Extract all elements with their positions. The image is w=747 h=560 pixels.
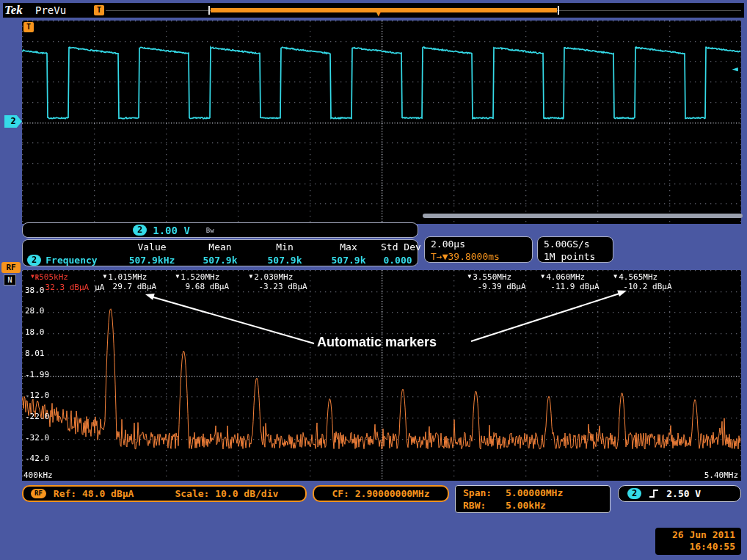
rbw-label: RBW:	[463, 499, 506, 512]
spectrum-y-label: 8.01	[25, 349, 45, 358]
time-domain-graticule: T	[22, 21, 741, 224]
spectrum-y-label: -22.0	[25, 412, 49, 421]
meas-header-value: Value	[117, 241, 187, 252]
channel2-readout-bar[interactable]: 2 1.00 V Bw	[22, 222, 418, 238]
rf-badge-icon: RF	[31, 489, 46, 498]
marker-triangle-icon: ▼	[613, 273, 617, 280]
record-window-bracket-right	[558, 6, 559, 15]
spectrum-marker-label: ▼4.565MHz-10.2 dBµA	[613, 272, 671, 291]
spectrum-marker-label: ▼1.015MHz29.7 dBµA	[103, 272, 157, 291]
measurement-channel-badge: 2	[27, 255, 41, 266]
spectrum-trace-canvas	[22, 270, 741, 481]
date-text: 26 Jun 2011	[661, 529, 735, 541]
marker-triangle-icon: ▼	[467, 273, 471, 280]
trigger-source-tab-icon: T	[23, 22, 34, 32]
spectrum-marker-label: ▼4.060MHz-11.9 dBµA	[541, 272, 599, 291]
meas-mean: 507.9k	[187, 255, 253, 266]
center-frequency: CF: 2.90000000MHz	[332, 488, 429, 499]
measurement-header-row: Value Mean Min Max Std Dev	[27, 241, 413, 253]
trigger-level-arrow-icon[interactable]: ◄	[732, 63, 738, 74]
marker-triangle-icon: ▼	[541, 273, 544, 280]
span-value: 5.00000MHz	[506, 487, 602, 499]
channel2-ground-marker[interactable]: 2	[4, 115, 22, 128]
spectrum-y-label: 28.0	[25, 307, 45, 316]
horizontal-scale: 2.00µs	[431, 238, 526, 250]
spectrum-graticule: 38.028.018.08.01-1.99-12.0-22.0-32.0-42.…	[22, 270, 741, 481]
delay-icon: T→▼	[431, 251, 448, 262]
measurement-name: Frequency	[45, 255, 97, 266]
oscilloscope-screen: Tek PreVu T ▼ T 2 ◄ 2 1.00 V Bw Value Me…	[0, 0, 747, 560]
span-rbw-readout-box[interactable]: Span:5.00000MHz RBW:5.00kHz	[455, 485, 611, 513]
tek-logo: Tek	[4, 3, 23, 18]
record-window-bar	[211, 8, 557, 12]
meas-header-min: Min	[253, 241, 316, 252]
channel2-badge: 2	[133, 225, 147, 236]
spectrum-start-frequency: 400kHz	[23, 470, 53, 480]
bandwidth-indicator: Bw	[206, 227, 214, 234]
acquisition-readout-box: 5.00GS/s 1M points	[537, 236, 613, 263]
spectrum-y-label: -42.0	[25, 454, 49, 463]
trigger-position-icon: ▼	[376, 8, 381, 18]
center-frequency-readout-box[interactable]: CF: 2.90000000MHz	[313, 485, 449, 502]
meas-stddev: 0.000	[381, 255, 415, 266]
spectrum-y-label: -1.99	[25, 371, 49, 379]
rbw-value: 5.00kHz	[506, 499, 602, 512]
span-label: Span:	[463, 487, 506, 499]
reference-marker-label: ▼R505kHz -32.3 dBµAµA	[31, 272, 104, 292]
rf-ref-level: Ref: 48.0 dBµA	[54, 488, 134, 499]
measurement-table: Value Mean Min Max Std Dev 2 Frequency 5…	[22, 239, 418, 266]
trigger-level: 2.50 V	[666, 488, 701, 499]
time-text: 16:40:55	[661, 541, 735, 553]
trigger-readout-box[interactable]: 2 2.50 V	[618, 485, 741, 502]
horizontal-delay: T→▼39.8000ms	[431, 250, 526, 263]
meas-header-stddev: Std Dev	[381, 241, 415, 252]
meas-header-mean: Mean	[187, 241, 253, 252]
spectrum-y-label: -12.0	[25, 391, 49, 400]
spectrum-marker-label: ▼3.550MHz-9.39 dBµA	[467, 272, 525, 291]
rf-channel-badge[interactable]: RF	[1, 262, 21, 273]
reference-marker-icon: ▼	[31, 273, 34, 280]
top-status-bar: Tek PreVu T ▼	[3, 3, 744, 18]
marker-triangle-icon: ▼	[176, 273, 180, 280]
rf-reference-readout-box[interactable]: RF Ref: 48.0 dBµA Scale: 10.0 dB/div	[22, 485, 307, 502]
datetime-box: 26 Jun 2011 16:40:55	[655, 528, 741, 555]
rf-scale: Scale: 10.0 dB/div	[175, 488, 278, 499]
reference-marker-amp: -32.3 dBµA	[40, 283, 89, 292]
sample-rate: 5.00GS/s	[544, 238, 607, 250]
marker-triangle-icon: ▼	[103, 273, 107, 280]
trigger-delay-flag-icon: T	[94, 5, 104, 15]
spectrum-marker-label: ▼2.030MHz-3.23 dBµA	[249, 272, 307, 291]
meas-min: 507.9k	[253, 255, 316, 266]
horizontal-readout-box[interactable]: 2.00µs T→▼39.8000ms	[424, 236, 533, 263]
measurement-value-row: 2 Frequency 507.9kHz 507.9k 507.9k 507.9…	[27, 253, 413, 266]
pane-divider-bar[interactable]	[423, 214, 743, 218]
marker-triangle-icon: ▼	[249, 273, 252, 280]
spectrum-marker-label: ▼1.520MHz9.68 dBµA	[176, 272, 230, 291]
spectrum-y-label: 18.0	[25, 328, 45, 337]
automatic-markers-annotation: Automatic markers	[317, 335, 437, 350]
acquisition-status: PreVu	[35, 4, 66, 16]
rf-normal-trace-badge: N	[4, 274, 16, 286]
meas-header-max: Max	[316, 241, 381, 252]
spectrum-stop-frequency: 5.40MHz	[704, 470, 738, 480]
channel2-scale: 1.00 V	[153, 225, 190, 236]
spectrum-y-label: -32.0	[25, 434, 49, 443]
trigger-source-badge: 2	[627, 488, 641, 499]
rising-edge-icon	[649, 488, 659, 499]
record-window-bracket-left	[208, 6, 210, 15]
time-domain-waveform-canvas	[22, 21, 741, 224]
record-length: 1M points	[544, 250, 607, 263]
meas-max: 507.9k	[316, 255, 381, 266]
meas-value: 507.9kHz	[117, 255, 187, 266]
